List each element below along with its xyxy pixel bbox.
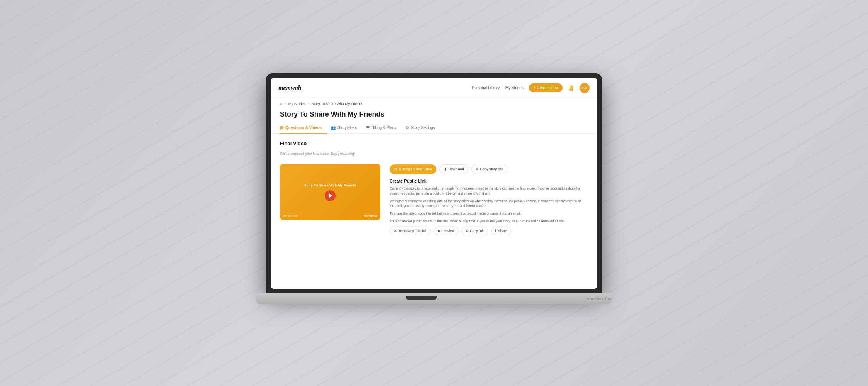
breadcrumb-home-icon[interactable]: ⌂ [280, 101, 283, 106]
public-link-section: Create Public Link Currently the story i… [390, 179, 588, 235]
copy-story-link-button[interactable]: ⧉ Copy story link [471, 164, 507, 174]
breadcrumb-current-page: Story To Share With My Friends [312, 102, 363, 106]
video-footer: 25 Dec 2021 memwah [283, 214, 377, 218]
laptop-screen: memwah Personal Library My Stories + Cre… [271, 78, 597, 289]
breadcrumb-sep-1: › [285, 102, 286, 105]
tab-billing[interactable]: ☰ Billing & Plans [366, 122, 402, 134]
nav-personal-library[interactable]: Personal Library [472, 86, 500, 90]
public-link-para3: To share the video, copy the link below … [390, 211, 588, 216]
laptop-base: MacBook Pro [256, 293, 612, 304]
remove-public-link-label: Remove public link [399, 229, 426, 233]
recompile-icon: ↺ [394, 167, 397, 171]
copy-link-icon: ⧉ [476, 167, 478, 171]
right-panel: ↺ Recompile final video ⬇ Download ⧉ [390, 164, 588, 235]
tab-settings-icon: ⚙ [405, 125, 409, 130]
avatar[interactable]: SA [580, 83, 590, 93]
page-title: Story To Share With My Friends [271, 109, 597, 122]
public-link-para4: You can revoke public access to this fin… [390, 219, 588, 224]
preview-button[interactable]: ▶ Preview [434, 227, 458, 235]
tab-questions-icon: ▦ [280, 125, 283, 130]
nav-right: Personal Library My Stories + Create sto… [472, 83, 590, 93]
video-overlay: Story To Share With My Friends [280, 164, 380, 220]
facebook-icon: f [495, 229, 497, 233]
tab-billing-label: Billing & Plans [371, 125, 396, 130]
tab-questions-label: Questions & Videos [285, 125, 322, 130]
download-button[interactable]: ⬇ Download [439, 164, 468, 174]
laptop-label: MacBook Pro [587, 297, 612, 301]
remove-icon: ✕ [394, 229, 397, 233]
tab-billing-icon: ☰ [366, 125, 370, 130]
share-label: Share [498, 229, 507, 233]
laptop-computer: memwah Personal Library My Stories + Cre… [266, 73, 602, 313]
copy-link-button[interactable]: ⧉ Copy link [462, 227, 488, 235]
download-label: Download [449, 167, 464, 171]
final-video-subtitle: We've compiled your final video. Enjoy w… [280, 152, 588, 156]
video-container: Story To Share With My Friends 25 Dec 20… [280, 164, 380, 235]
public-link-para1: Currently the story is private and only … [390, 186, 588, 196]
breadcrumb: ⌂ › My Stories › Story To Share With My … [271, 98, 597, 109]
content-grid: Story To Share With My Friends 25 Dec 20… [280, 164, 588, 235]
public-link-title: Create Public Link [390, 179, 588, 183]
create-story-button[interactable]: + Create story [529, 83, 563, 92]
tab-settings[interactable]: ⚙ Story Settings [405, 122, 440, 134]
breadcrumb-sep-2: › [308, 102, 309, 105]
tab-storytellers-icon: 👥 [331, 125, 336, 130]
laptop-notch [406, 296, 437, 300]
copy-story-link-label: Copy story link [480, 167, 503, 171]
link-action-buttons: ✕ Remove public link ▶ Preview [390, 227, 588, 235]
video-brand: memwah [364, 214, 377, 218]
tab-questions-videos[interactable]: ▦ Questions & Videos [280, 122, 327, 134]
laptop-bezel: memwah Personal Library My Stories + Cre… [266, 73, 602, 293]
play-icon [329, 193, 332, 198]
main-content: Final Video We've compiled your final vi… [271, 134, 597, 289]
action-buttons: ↺ Recompile final video ⬇ Download ⧉ [390, 164, 588, 174]
download-icon: ⬇ [444, 167, 447, 171]
header: memwah Personal Library My Stories + Cre… [271, 78, 597, 98]
recompile-button[interactable]: ↺ Recompile final video [390, 164, 436, 174]
tabs-nav: ▦ Questions & Videos 👥 Storytellers ☰ Bi… [271, 122, 597, 134]
preview-label: Preview [442, 229, 454, 233]
play-button[interactable] [325, 190, 336, 201]
copy-link-label: Copy link [470, 229, 484, 233]
app-container: memwah Personal Library My Stories + Cre… [271, 78, 597, 289]
app-logo: memwah [278, 85, 302, 91]
copy-icon: ⧉ [466, 229, 468, 233]
nav-my-stories[interactable]: My Stories [505, 86, 524, 90]
public-link-para2: We highly recommend checking with all th… [390, 199, 588, 209]
video-date: 25 Dec 2021 [283, 215, 298, 217]
breadcrumb-my-stories[interactable]: My Stories [288, 102, 306, 106]
tab-settings-label: Story Settings [411, 125, 435, 130]
video-player[interactable]: Story To Share With My Friends 25 Dec 20… [280, 164, 380, 220]
remove-public-link-button[interactable]: ✕ Remove public link [390, 227, 431, 235]
bell-icon[interactable]: 🔔 [568, 85, 574, 91]
tab-storytellers-label: Storytellers [337, 125, 357, 130]
preview-icon: ▶ [438, 229, 441, 233]
share-button[interactable]: f Share [491, 227, 511, 235]
video-title-text: Story To Share With My Friends [304, 183, 356, 187]
recompile-label: Recompile final video [399, 167, 432, 171]
tab-storytellers[interactable]: 👥 Storytellers [331, 122, 362, 134]
desktop-background: memwah Personal Library My Stories + Cre… [0, 0, 868, 386]
final-video-title: Final Video [280, 141, 588, 146]
